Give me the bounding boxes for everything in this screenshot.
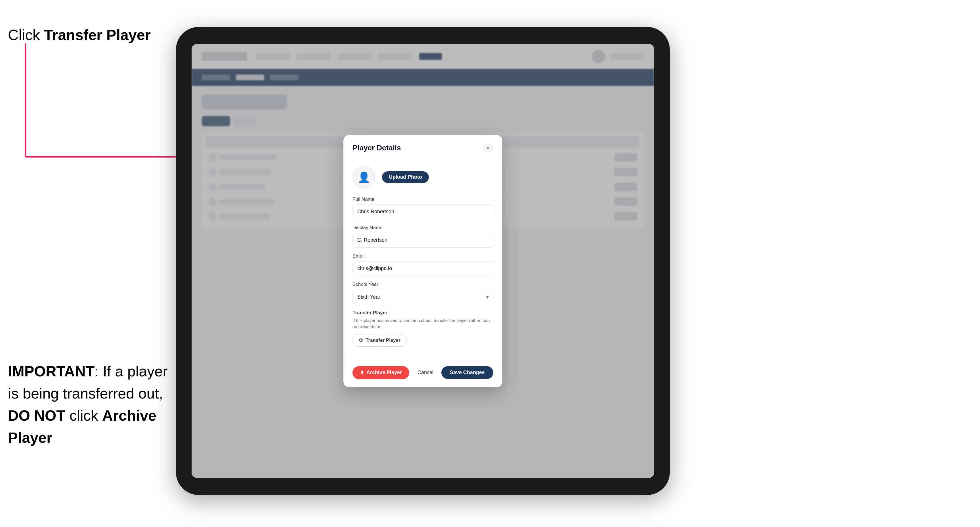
- modal-overlay: Player Details × 👤 Upload Photo Full Nam: [192, 44, 654, 478]
- archive-player-label: Archive Player: [366, 370, 402, 376]
- archive-player-button[interactable]: ⬆ Archive Player: [353, 366, 409, 379]
- transfer-player-button-label: Transfer Player: [366, 338, 401, 343]
- transfer-icon: ⟳: [359, 337, 363, 343]
- do-not-label: DO NOT: [8, 407, 65, 424]
- transfer-player-section-title: Transfer Player: [353, 310, 493, 316]
- display-name-input[interactable]: [353, 233, 493, 248]
- transfer-player-section: Transfer Player If this player has moved…: [353, 310, 493, 347]
- school-year-select-wrapper: First Year Second Year Third Year Fourth…: [353, 290, 493, 304]
- school-year-group: School Year First Year Second Year Third…: [353, 282, 493, 304]
- email-group: Email: [353, 253, 493, 276]
- full-name-group: Full Name: [353, 197, 493, 219]
- display-name-label: Display Name: [353, 225, 493, 230]
- instruction-top: Click Transfer Player: [8, 25, 151, 45]
- important-label: IMPORTANT: [8, 363, 94, 379]
- cancel-button[interactable]: Cancel: [412, 366, 439, 379]
- footer-right: Cancel Save Changes: [412, 366, 493, 379]
- modal-body: 👤 Upload Photo Full Name Display Name: [344, 159, 502, 360]
- email-input[interactable]: [353, 261, 493, 276]
- avatar-circle: 👤: [353, 166, 375, 189]
- modal-title: Player Details: [353, 143, 401, 152]
- modal-header: Player Details ×: [344, 135, 502, 159]
- modal-close-button[interactable]: ×: [483, 143, 493, 153]
- player-details-modal: Player Details × 👤 Upload Photo Full Nam: [344, 135, 502, 387]
- school-year-label: School Year: [353, 282, 493, 287]
- tablet-screen: Player Details × 👤 Upload Photo Full Nam: [192, 44, 654, 478]
- instruction-prefix: Click: [8, 27, 44, 43]
- avatar-row: 👤 Upload Photo: [353, 166, 493, 189]
- transfer-player-button[interactable]: ⟳ Transfer Player: [353, 334, 407, 347]
- avatar-icon: 👤: [358, 171, 371, 183]
- display-name-group: Display Name: [353, 225, 493, 248]
- transfer-player-description: If this player has moved to another scho…: [353, 317, 493, 330]
- full-name-input[interactable]: [353, 205, 493, 219]
- email-label: Email: [353, 253, 493, 259]
- school-year-select[interactable]: First Year Second Year Third Year Fourth…: [353, 290, 493, 304]
- upload-photo-button[interactable]: Upload Photo: [382, 171, 429, 183]
- tablet-shell: Player Details × 👤 Upload Photo Full Nam: [176, 27, 670, 495]
- save-changes-button[interactable]: Save Changes: [441, 366, 493, 379]
- instruction-click: click: [65, 407, 102, 424]
- modal-footer: ⬆ Archive Player Cancel Save Changes: [344, 360, 502, 387]
- instruction-bottom: IMPORTANT: If a player is being transfer…: [8, 360, 173, 449]
- full-name-label: Full Name: [353, 197, 493, 202]
- instruction-highlight: Transfer Player: [44, 27, 151, 43]
- archive-icon: ⬆: [360, 370, 364, 376]
